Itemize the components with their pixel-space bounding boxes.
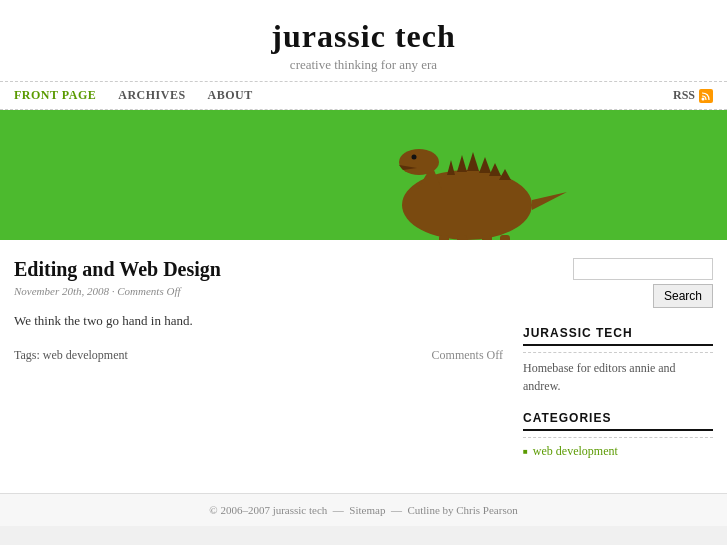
search-input[interactable] (573, 258, 713, 280)
svg-point-1 (402, 170, 532, 240)
post-comments-off: Comments Off (432, 348, 503, 363)
sidebar-categories-heading: CATEGORIES (523, 411, 713, 431)
svg-rect-8 (457, 235, 467, 240)
svg-marker-13 (467, 152, 479, 171)
rss-icon[interactable] (699, 89, 713, 103)
svg-marker-14 (479, 157, 491, 173)
post-tags: Tags: web development Comments Off (14, 348, 503, 363)
sidebar-about-text: Homebase for editors annie and andrew. (523, 352, 713, 395)
svg-marker-11 (447, 160, 455, 175)
dinosaur-illustration (367, 110, 567, 240)
search-box: Search (523, 258, 713, 308)
footer-copyright: © 2006–2007 jurassic tech (209, 504, 327, 516)
tags-area: Tags: web development (14, 348, 128, 363)
post-meta: November 20th, 2008 · Comments Off (14, 285, 503, 297)
category-link[interactable]: web development (533, 444, 618, 459)
footer-cutline: Cutline by Chris Pearson (407, 504, 517, 516)
svg-rect-10 (500, 235, 510, 240)
categories-list: web development (523, 437, 713, 459)
main-nav: FRONT PAGE ARCHIVES ABOUT RSS (0, 81, 727, 110)
search-button[interactable]: Search (653, 284, 713, 308)
tag-link[interactable]: web development (43, 348, 128, 362)
sidebar-about-heading: JURASSIC TECH (523, 326, 713, 346)
sidebar-about-section: JURASSIC TECH Homebase for editors annie… (523, 326, 713, 395)
svg-marker-15 (489, 163, 501, 176)
list-item: web development (523, 444, 713, 459)
footer-sitemap-link[interactable]: Sitemap (349, 504, 385, 516)
svg-marker-16 (499, 169, 511, 180)
rss-label: RSS (673, 88, 695, 103)
svg-rect-9 (482, 235, 492, 240)
sidebar-categories-section: CATEGORIES web development (523, 411, 713, 459)
hero-banner (0, 110, 727, 240)
svg-marker-6 (532, 192, 567, 210)
nav-archives[interactable]: ARCHIVES (118, 88, 185, 103)
site-subtitle: creative thinking for any era (0, 57, 727, 73)
post-title: Editing and Web Design (14, 258, 503, 281)
post-body: We think the two go hand in hand. (14, 311, 503, 332)
sidebar: Search JURASSIC TECH Homebase for editor… (523, 258, 713, 475)
svg-point-5 (412, 155, 417, 160)
rss-area: RSS (673, 88, 713, 103)
svg-marker-12 (457, 155, 467, 172)
page-footer: © 2006–2007 jurassic tech — Sitemap — Cu… (0, 493, 727, 526)
site-header: jurassic tech creative thinking for any … (0, 0, 727, 81)
tags-label: Tags: (14, 348, 40, 362)
svg-point-0 (702, 97, 705, 100)
svg-point-3 (399, 149, 439, 175)
nav-frontpage[interactable]: FRONT PAGE (14, 88, 96, 103)
main-area: Editing and Web Design November 20th, 20… (0, 240, 727, 493)
site-title: jurassic tech (0, 18, 727, 55)
content-area: Editing and Web Design November 20th, 20… (14, 258, 503, 475)
svg-rect-7 (439, 235, 449, 240)
nav-about[interactable]: ABOUT (208, 88, 253, 103)
